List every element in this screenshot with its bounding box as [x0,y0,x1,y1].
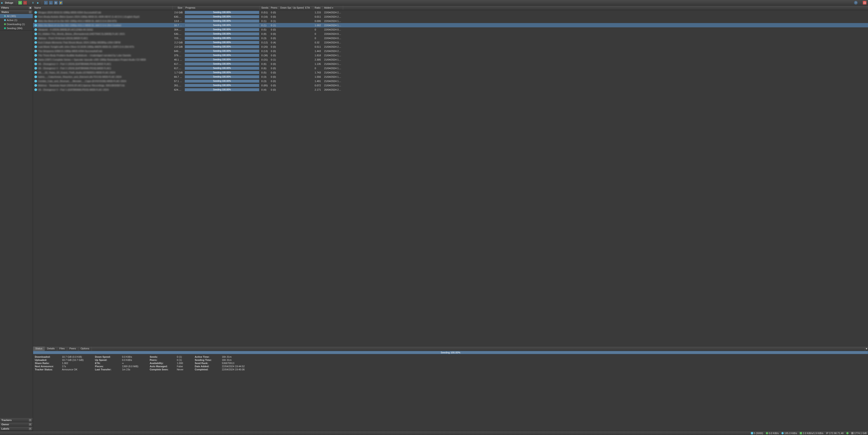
column-size[interactable]: Size [173,6,184,10]
download-speed-status[interactable]: 0.0 KiB/s [766,432,779,435]
logout-button[interactable]: ⏻ [863,1,866,4]
peers-label: Peers: [150,359,177,361]
state-dot-icon [4,27,6,29]
torrent-row[interactable]: Motmos - Tarantula Heart (2024) [FLAC] (… [33,83,868,88]
cell-seeds: 0 (20) [260,45,270,49]
next-announce-value: 17s [62,365,66,368]
cell-peers: 0 (1) [270,24,279,27]
preferences-button[interactable]: ⚙ [54,1,58,4]
cell-added: 21/04/2024 22:41:02 [323,45,343,49]
owner-header[interactable]: Owner + [0,422,33,427]
labels-header[interactable]: Labels + [0,427,33,431]
cell-seeds: 0 (6) [260,62,270,66]
seeding-time-label: Seeding Time: [195,359,222,361]
grid-body[interactable]: Shogun.2024.S01E10.1080p.WEB.H264-Succes… [33,10,868,346]
sidebar-collapse-button[interactable]: ◀ [29,6,31,9]
tab-files[interactable]: Files [57,346,67,351]
queue-down-button[interactable]: ↓ [49,1,53,4]
progress-bar: Seeding 100.00% [185,20,259,23]
cell-size: 2.8 GiB [173,45,184,49]
cell-down-speed [279,25,291,26]
panel-toggle-button[interactable]: ▼ [865,346,868,351]
torrent-row[interactable]: Zombie_Cats_and_Shunuet_-_Monster_-_Cape… [33,79,868,83]
dht-status[interactable] [846,432,848,434]
torrent-row[interactable]: Sleepnet - II (2024) [WEB] [FLAC] [24bit… [33,27,868,32]
cell-peers: 0 (0) [270,36,279,40]
torrent-row[interactable]: Mido.the.Best.of.Us.Die.S02.1080p.HULU.W… [33,19,868,23]
torrent-row[interactable]: VA - Divergence V - Part 2 (2024) [EATBR… [33,66,868,70]
help-button[interactable]: ? [854,1,858,4]
cell-eta [304,63,313,64]
progress-bar: Seeding 100.00% [185,67,259,70]
labels-expand-button[interactable]: + [29,428,31,430]
seed-rank-label: Seed Rank: [195,362,222,365]
sidebar-state-item[interactable]: Downloading (1) [0,22,33,26]
column-seeds[interactable]: Seeds [260,6,270,10]
trackers-expand-button[interactable]: + [29,419,31,422]
torrent-row[interactable]: Fern.Brady.Autistic.Bikini.Queen.2024.10… [33,14,868,19]
tab-peers[interactable]: Peers [67,346,79,351]
column-peers[interactable]: Peers [270,6,279,10]
torrent-row[interactable]: Last.Week.Tonight.with.John.Oliver.S11E0… [33,44,868,49]
owner-expand-button[interactable]: + [29,423,31,426]
cell-eta [304,51,313,52]
upload-speed-status[interactable]: 185.0 KiB/s [781,432,797,435]
connections-status[interactable]: 5 (5000) [751,432,763,435]
disk-space-status[interactable]: 1774.1 GiB [851,432,867,435]
column-progress[interactable]: Progress [184,6,260,10]
cell-up-speed [291,51,304,52]
trackers-header[interactable]: Trackers + [0,418,33,422]
states-header[interactable]: States − [0,10,33,14]
torrent-row[interactable]: DJ_Hidden-The_Words_Below_(Remastered)-(… [33,32,868,36]
cell-size: 649.3 MiB [173,49,184,53]
queue-up-button[interactable]: ↑ [44,1,48,4]
remove-torrent-button[interactable]: − [23,1,27,4]
cell-eta [304,68,313,69]
column-ratio[interactable]: Ratio [313,6,323,10]
sidebar-state-item[interactable]: All (385) [0,14,33,18]
state-label: Seeding (384) [7,27,22,30]
cell-seeds: 0 (3) [260,36,270,40]
cell-down-speed [279,55,291,56]
cell-up-speed [291,68,304,69]
torrent-row[interactable]: The Three-Body Problem Audible Audiobook… [33,53,868,57]
cell-peers: 0 (0) [270,28,279,31]
cell-progress: Seeding 100.00% [184,83,260,88]
column-name[interactable]: Name [33,6,173,10]
cell-progress: Seeding 100.00% [184,79,260,83]
connection-manager-button[interactable]: ⚡ [59,1,63,4]
cell-down-speed [279,72,291,73]
cell-size: 10.7 GiB [173,24,184,27]
column-down-speed[interactable]: Down Speed [279,6,291,10]
torrent-row[interactable]: Kurt.Cobain.Moments.That.Shook.Music.202… [33,40,868,44]
add-torrent-button[interactable]: + [18,1,22,4]
seeding-icon [34,63,37,65]
tab-status[interactable]: Status [33,346,45,351]
sidebar-state-item[interactable]: Seeding (384) [0,26,33,30]
cell-size: 1.7 GiB [173,71,184,74]
torrent-row[interactable]: Daria (1997) Complete Series + Specials … [33,57,868,62]
column-added[interactable]: Added▼ [323,6,343,10]
column-eta[interactable]: ETA [304,6,313,10]
cell-size: 57.1 MiB [173,79,184,83]
torrent-row[interactable]: VA - Divergence V - Part 1-(EATBRAWLP019… [33,88,868,92]
cell-up-speed [291,55,304,56]
torrent-row[interactable]: The.Simpsons.S35E15.1080p.WEB.H264-Succe… [33,49,868,53]
pause-button[interactable]: ⏸ [31,1,35,4]
column-up-speed[interactable]: Up Speed [291,6,304,10]
tab-options[interactable]: Options [79,346,92,351]
seeding-icon [34,84,37,87]
torrent-row[interactable]: Mido.the.Best.of.Us.Die.S01.1080p.HULU.W… [33,23,868,27]
states-collapse-button[interactable]: − [29,11,31,13]
torrent-row[interactable]: VA_-_10_Years_Of_Grand_Theft_Audio-(GTA0… [33,70,868,74]
resume-button[interactable]: ▶ [36,1,40,4]
torrent-row[interactable]: hybris_-_Catachresis_Reaction_and_Elemen… [33,74,868,79]
torrent-row[interactable]: Various - Point Of Arrival (2019) [WEB F… [33,36,868,40]
cell-name: Shogun.2024.S01E10.1080p.WEB.H264-Succes… [33,11,173,14]
cell-eta [304,89,313,90]
tab-details[interactable]: Details [45,346,57,351]
torrent-row[interactable]: VA - Divergence V - Part 2 (2024) [EATBR… [33,62,868,66]
sidebar-state-item[interactable]: Active (1) [0,18,33,22]
torrent-row[interactable]: Shogun.2024.S01E10.1080p.WEB.H264-Succes… [33,10,868,14]
protocol-traffic-status[interactable]: 2.0 KiB/s/1.9 KiB/s [800,432,823,435]
